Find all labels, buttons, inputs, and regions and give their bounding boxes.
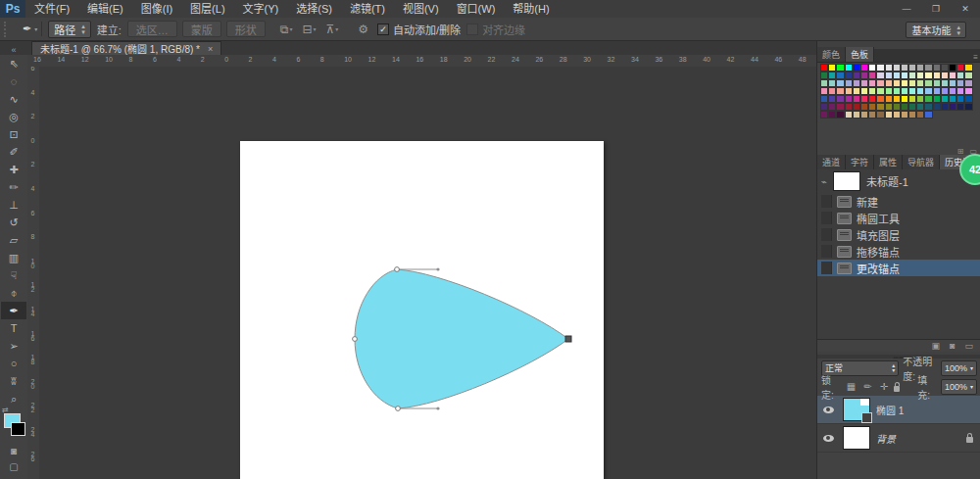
color-swatch[interactable] — [860, 64, 868, 72]
color-swatch[interactable] — [876, 111, 884, 119]
quick-mask-icon[interactable]: ◙ — [1, 443, 26, 458]
menu-item[interactable]: 文件(F) — [25, 0, 78, 18]
tab-导航器[interactable]: 导航器 — [903, 155, 940, 169]
color-swatch[interactable] — [893, 103, 901, 111]
lock-transparency-icon[interactable]: ▦ — [845, 381, 858, 392]
color-swatch[interactable] — [885, 64, 893, 72]
align-edges-checkbox[interactable]: 对齐边缘 — [466, 22, 525, 37]
color-swatch[interactable] — [836, 103, 844, 111]
color-swatch[interactable] — [893, 87, 901, 95]
color-swatch[interactable] — [916, 79, 924, 87]
color-swatch[interactable] — [964, 87, 972, 95]
color-swatch[interactable] — [853, 103, 860, 111]
menu-item[interactable]: 滤镜(T) — [341, 0, 394, 18]
crop-tool[interactable]: ⊡ — [1, 125, 26, 143]
color-swatch[interactable] — [868, 79, 876, 87]
color-swatch[interactable] — [964, 103, 972, 111]
close-button[interactable]: ✕ — [951, 1, 980, 17]
color-swatch[interactable] — [956, 64, 964, 72]
clone-stamp-tool[interactable]: ⊥ — [1, 196, 26, 214]
lock-all-icon[interactable] — [894, 386, 900, 392]
menu-item[interactable]: 窗口(W) — [448, 0, 505, 18]
eraser-tool[interactable]: ▱ — [1, 231, 26, 249]
layer-row[interactable]: 背景 — [817, 424, 980, 453]
color-swatch[interactable] — [876, 95, 884, 103]
screen-mode-icon[interactable]: ▢ — [1, 458, 26, 474]
teardrop-shape[interactable] — [240, 141, 604, 479]
color-swatch[interactable] — [941, 103, 949, 111]
color-swatch[interactable] — [941, 79, 949, 87]
color-swatch[interactable] — [949, 103, 956, 111]
new-snapshot-icon[interactable]: ◙ — [950, 341, 955, 351]
quick-selection-tool[interactable]: ◎ — [1, 108, 26, 125]
color-swatch[interactable] — [933, 79, 941, 87]
color-swatch[interactable] — [901, 111, 908, 119]
color-swatch[interactable] — [908, 103, 916, 111]
lock-pixels-icon[interactable]: ✏ — [861, 381, 873, 392]
color-swatch[interactable] — [901, 72, 908, 79]
visibility-eye-icon[interactable] — [819, 435, 837, 442]
color-swatch[interactable] — [901, 95, 908, 103]
tab-close-icon[interactable]: × — [208, 44, 213, 54]
color-swatch[interactable] — [941, 72, 949, 79]
color-swatch[interactable] — [860, 87, 868, 95]
menu-item[interactable]: 文字(Y) — [234, 0, 288, 18]
top-handle-end[interactable] — [436, 267, 439, 270]
color-swatch[interactable] — [853, 95, 860, 103]
color-swatch[interactable] — [893, 95, 901, 103]
restore-button[interactable]: ❐ — [921, 1, 951, 17]
color-swatch[interactable] — [908, 111, 916, 119]
layer-row[interactable]: 椭圆 1 — [817, 396, 980, 424]
tab-颜色[interactable]: 颜色 — [817, 47, 846, 62]
color-swatch[interactable] — [820, 72, 828, 79]
color-swatch[interactable] — [828, 95, 836, 103]
color-swatch[interactable] — [908, 95, 916, 103]
color-swatch[interactable] — [836, 87, 844, 95]
path-operations-icon[interactable]: ⧉▾ — [277, 23, 296, 36]
color-swatch[interactable] — [876, 103, 884, 111]
history-state[interactable]: 拖移锚点 — [817, 243, 980, 260]
lasso-tool[interactable]: ∿ — [1, 90, 26, 108]
color-swatch[interactable] — [876, 64, 884, 72]
workspace-select[interactable]: 基本功能 ▴▾ — [906, 22, 966, 38]
color-swatch[interactable] — [836, 95, 844, 103]
tab-通道[interactable]: 通道 — [817, 155, 846, 169]
color-swatch[interactable] — [885, 111, 893, 119]
layer-thumbnail[interactable] — [843, 426, 870, 450]
menu-item[interactable]: 图层(L) — [181, 0, 233, 18]
color-swatch[interactable] — [916, 87, 924, 95]
opacity-select[interactable]: 100%▾ — [941, 360, 977, 376]
color-swatch[interactable] — [908, 64, 916, 72]
color-swatch[interactable] — [845, 64, 853, 72]
dodge-tool[interactable]: ⌽ — [1, 284, 26, 302]
background-color-swatch[interactable] — [11, 422, 25, 436]
history-brush-tool[interactable]: ↺ — [1, 214, 26, 231]
history-source-checkbox[interactable] — [821, 195, 832, 208]
move-tool[interactable]: ⇖ — [1, 55, 26, 72]
collapse-panel-icon[interactable]: « — [0, 45, 27, 55]
document-tab[interactable]: 未标题-1 @ 66.7% (椭圆 1, RGB/8) * × — [31, 41, 221, 55]
color-swatch[interactable] — [853, 79, 860, 87]
color-swatch[interactable] — [828, 103, 836, 111]
bottom-handle-end[interactable] — [436, 407, 439, 409]
eyedropper-tool[interactable]: ✐ — [1, 143, 26, 161]
color-swatch[interactable] — [893, 64, 901, 72]
color-swatch[interactable] — [924, 87, 932, 95]
color-swatch[interactable] — [956, 103, 964, 111]
color-swatch[interactable] — [885, 95, 893, 103]
color-swatch[interactable] — [828, 72, 836, 79]
color-swatch[interactable] — [876, 79, 884, 87]
tab-色板[interactable]: 色板 — [846, 47, 874, 62]
color-swatch[interactable] — [885, 72, 893, 79]
color-swatch[interactable] — [941, 64, 949, 72]
color-swatch[interactable] — [941, 95, 949, 103]
left-anchor[interactable] — [353, 337, 358, 342]
panel-menu-icon[interactable]: ≡ — [973, 53, 980, 62]
color-swatch[interactable] — [828, 87, 836, 95]
color-swatch[interactable] — [828, 79, 836, 87]
lock-position-icon[interactable]: ✛ — [878, 381, 890, 392]
history-snapshot[interactable]: ⌁ 未标题-1 — [817, 169, 980, 193]
right-anchor-selected[interactable] — [565, 336, 571, 342]
color-swatch[interactable] — [860, 103, 868, 111]
color-swatch[interactable] — [901, 79, 908, 87]
